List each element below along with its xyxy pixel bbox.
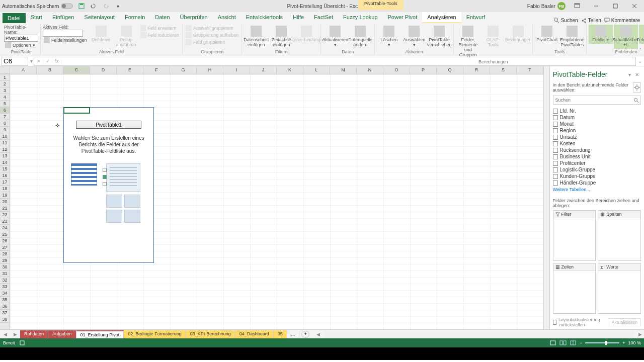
row-header[interactable]: 11 <box>0 140 10 146</box>
row-header[interactable]: 12 <box>0 146 10 153</box>
view-pagebreak-icon[interactable] <box>570 340 577 346</box>
name-box[interactable] <box>1 57 28 66</box>
row-header[interactable]: 5 <box>0 101 10 107</box>
fieldlist-toggle[interactable]: Feldliste <box>589 25 613 44</box>
tab-ansicht[interactable]: Ansicht <box>213 12 241 23</box>
tell-me-search[interactable]: Suchen <box>553 17 578 23</box>
hscroll-right-icon[interactable]: ▶ <box>636 332 644 337</box>
redo-icon[interactable] <box>102 3 109 10</box>
defer-checkbox[interactable] <box>553 320 556 325</box>
sheet-tab[interactable]: Rohdaten <box>20 330 48 338</box>
row-header[interactable]: 18 <box>0 186 10 192</box>
zoom-slider[interactable] <box>585 342 619 343</box>
field-checkbox[interactable] <box>553 109 558 114</box>
col-header[interactable]: O <box>383 66 410 74</box>
row-header[interactable]: 21 <box>0 205 10 212</box>
horizontal-scrollbar[interactable] <box>324 331 634 337</box>
pivottable-placeholder[interactable]: PivotTable1 Wählen Sie zum Erstellen ein… <box>63 107 154 263</box>
row-header[interactable]: 13 <box>0 153 10 159</box>
field-item[interactable]: Rücksendung <box>553 147 641 153</box>
tab-entwicklertools[interactable]: Entwicklertools <box>241 12 288 23</box>
row-header[interactable]: 19 <box>0 192 10 199</box>
insert-slicer-button[interactable]: Datenschnitt einfügen <box>244 25 268 49</box>
row-header[interactable]: 29 <box>0 257 10 264</box>
tab-einfügen[interactable]: Einfügen <box>47 12 79 23</box>
col-header[interactable]: Q <box>437 66 463 74</box>
headers-toggle[interactable]: Feldkopfzeilen <box>639 25 644 44</box>
row-header[interactable]: 36 <box>0 303 10 310</box>
row-header[interactable]: 16 <box>0 172 10 179</box>
tab-hilfe[interactable]: Hilfe <box>288 12 309 23</box>
recommended-pivot-button[interactable]: Empfohlene PivotTables <box>560 25 584 49</box>
prev-sheet-icon[interactable]: ◀ <box>0 332 10 337</box>
sheet-tab[interactable]: 02_Bedingte Formatierung <box>124 330 186 338</box>
refresh-button[interactable]: Aktualisieren▾ <box>323 25 347 49</box>
tab-formeln[interactable]: Formeln <box>120 12 150 23</box>
col-header[interactable]: A <box>10 66 37 74</box>
buttons-toggle[interactable]: Schaltflächen +/- <box>614 25 638 49</box>
row-header[interactable]: 4 <box>0 94 10 101</box>
field-checkbox[interactable] <box>553 128 558 133</box>
row-header[interactable]: 34 <box>0 290 10 297</box>
pivottable-options-button[interactable]: Optionen ▾ <box>4 42 38 49</box>
search-icon[interactable] <box>631 96 640 104</box>
close-icon[interactable] <box>627 1 642 11</box>
field-checkbox[interactable] <box>553 135 558 140</box>
field-checkbox[interactable] <box>553 161 558 166</box>
minimize-icon[interactable] <box>589 1 604 11</box>
accept-formula-icon[interactable]: ✓ <box>43 58 52 64</box>
macro-record-icon[interactable] <box>19 340 25 346</box>
tab-file[interactable]: Datei <box>3 13 26 23</box>
sheet-overflow[interactable]: ... <box>287 331 300 338</box>
active-field-input[interactable] <box>43 30 83 37</box>
sheet-tab[interactable]: 04_Dashboard <box>235 330 274 338</box>
col-header[interactable]: E <box>117 66 143 74</box>
tab-start[interactable]: Start <box>26 12 47 23</box>
zoom-level[interactable]: 100 % <box>628 340 641 345</box>
formula-input[interactable] <box>61 57 635 65</box>
tab-analysieren[interactable]: Analysieren <box>422 12 461 23</box>
comments-button[interactable]: Kommentare <box>604 18 640 23</box>
tab-factset[interactable]: FactSet <box>309 12 338 23</box>
sheet-tab[interactable]: 03_KPI-Berechnung <box>186 330 235 338</box>
field-item[interactable]: Kunden-Gruppe <box>553 173 641 179</box>
maximize-icon[interactable] <box>608 1 623 11</box>
tab-power pivot[interactable]: Power Pivot <box>383 12 423 23</box>
row-header[interactable]: 1 <box>0 74 10 81</box>
row-header[interactable]: 25 <box>0 231 10 238</box>
col-header[interactable]: N <box>357 66 383 74</box>
save-icon[interactable] <box>78 3 85 10</box>
sheet-tab[interactable]: 01_Erstellung Pivot <box>76 330 124 338</box>
change-datasource-button[interactable]: Datenquelle ändern <box>348 25 372 49</box>
fields-search[interactable] <box>553 96 641 105</box>
field-item[interactable]: Business Unit <box>553 153 641 160</box>
col-header[interactable]: L <box>303 66 330 74</box>
row-header[interactable]: 38 <box>0 316 10 323</box>
field-checkbox[interactable] <box>553 154 558 159</box>
row-header[interactable]: 24 <box>0 225 10 231</box>
select-all-corner[interactable] <box>0 66 10 74</box>
tab-seitenlayout[interactable]: Seitenlayout <box>79 12 120 23</box>
field-item[interactable]: Kosten <box>553 140 641 147</box>
field-checkbox[interactable] <box>553 148 558 153</box>
collapse-ribbon-icon[interactable]: ˆ <box>639 48 641 53</box>
row-header[interactable]: 2 <box>0 81 10 87</box>
row-header[interactable]: 37 <box>0 310 10 316</box>
pane-close-icon[interactable]: ✕ <box>633 72 641 77</box>
pane-dropdown-icon[interactable]: ▾ <box>626 72 633 77</box>
col-header[interactable]: R <box>463 66 490 74</box>
row-header[interactable]: 7 <box>0 114 10 120</box>
row-header[interactable]: 10 <box>0 133 10 140</box>
insert-timeline-button[interactable]: Zeitachse einfügen <box>269 25 293 49</box>
field-item[interactable]: Monat <box>553 121 641 127</box>
field-checkbox[interactable] <box>553 174 558 179</box>
col-header[interactable]: T <box>517 66 543 74</box>
field-settings-button[interactable]: Feldeinstellungen <box>43 37 88 44</box>
field-item[interactable]: Händler-Gruppe <box>553 179 641 186</box>
col-header[interactable]: D <box>90 66 117 74</box>
share-button[interactable]: Teilen <box>581 18 601 23</box>
clear-button[interactable]: Löschen▾ <box>377 25 401 49</box>
view-normal-icon[interactable] <box>549 340 556 346</box>
row-header[interactable]: 9 <box>0 127 10 133</box>
area-filter[interactable]: Filter <box>553 210 596 261</box>
